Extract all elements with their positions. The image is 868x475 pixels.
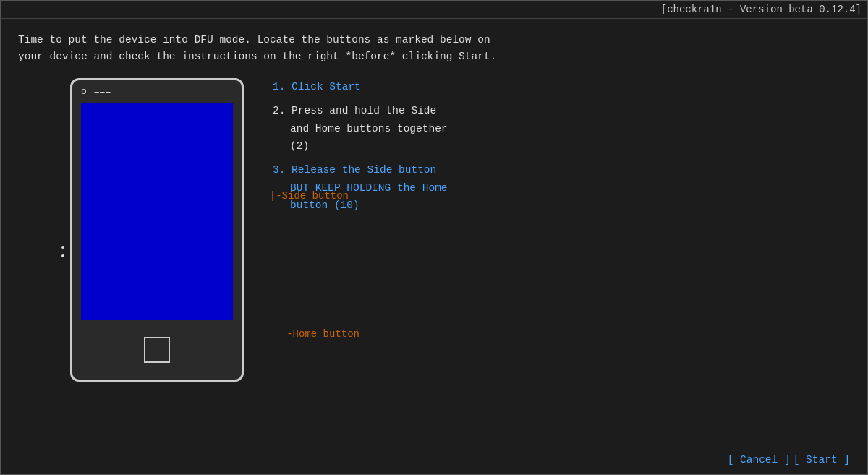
content-area: Time to put the device into DFU mode. Lo… — [1, 19, 867, 471]
instruction-step2: 2. Press and hold the Side and Home butt… — [273, 102, 850, 155]
step1-number: 1. — [273, 81, 285, 93]
step2-line2: and Home buttons together — [290, 120, 850, 138]
step2-number: 2. — [273, 105, 285, 116]
step2-line3: (2) — [290, 137, 850, 155]
step2-line1: Press and hold the Side — [292, 105, 436, 116]
side-dot-1 — [61, 246, 64, 249]
phone-bottom — [72, 320, 242, 380]
step1-text: Click Start — [292, 81, 361, 93]
phone-device: o === — [70, 78, 244, 382]
instruction-step1: 1. Click Start — [273, 78, 850, 96]
description-line1: Time to put the device into DFU mode. Lo… — [18, 32, 850, 48]
footer-bar: [ Cancel ] [ Start ] — [728, 454, 850, 466]
phone-top-bar: o === — [72, 80, 242, 103]
phone-speaker-symbol: === — [94, 86, 111, 97]
step3-line2: BUT KEEP HOLDING the Home — [290, 179, 850, 197]
home-button-label: -Home button — [286, 328, 359, 340]
main-window: [checkra1n - Version beta 0.12.4] Time t… — [0, 0, 868, 475]
step3-line3: button (10) — [290, 197, 850, 215]
cancel-button[interactable]: [ Cancel ] — [728, 454, 791, 466]
description-line2: your device and check the instructions o… — [18, 48, 850, 65]
home-button-visual — [144, 337, 170, 363]
side-button-label: |-Side button — [270, 190, 349, 202]
step3-number: 3. — [273, 164, 285, 176]
description-text: Time to put the device into DFU mode. Lo… — [18, 32, 850, 65]
window-title: [checkra1n - Version beta 0.12.4] — [661, 4, 861, 15]
title-bar: [checkra1n - Version beta 0.12.4] — [1, 1, 867, 19]
main-section: o === |-Side button -Home button 1. Clic… — [18, 78, 850, 463]
phone-container: o === |-Side button -Home button — [61, 78, 244, 382]
start-button[interactable]: [ Start ] — [793, 454, 850, 466]
side-dot-2 — [61, 254, 64, 257]
step3-line1: Release the Side button — [292, 164, 436, 176]
phone-camera-symbol: o — [81, 86, 87, 97]
side-buttons-indicator — [61, 202, 64, 257]
phone-screen — [81, 103, 233, 320]
instructions-panel: 1. Click Start 2. Press and hold the Sid… — [273, 78, 850, 220]
instruction-step3: 3. Release the Side button BUT KEEP HOLD… — [273, 161, 850, 215]
